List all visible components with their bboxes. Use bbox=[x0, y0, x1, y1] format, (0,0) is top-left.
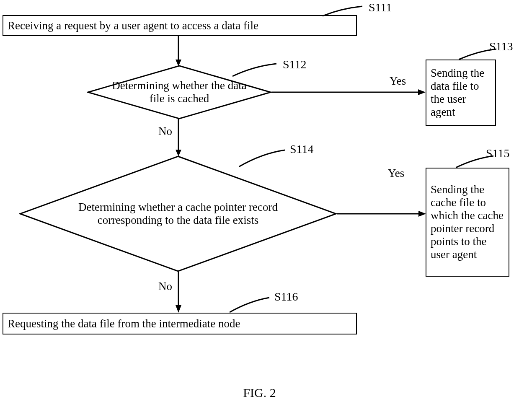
step-s116-text: Requesting the data file from the interm… bbox=[8, 317, 240, 330]
step-s113-text: Sending the data file to the user agent bbox=[431, 67, 491, 119]
arrow-s111-s112 bbox=[174, 36, 183, 67]
leader-s114 bbox=[239, 145, 287, 170]
svg-marker-7 bbox=[20, 156, 336, 271]
step-s111-num: S111 bbox=[369, 1, 392, 14]
figure-label: FIG. 2 bbox=[243, 386, 276, 400]
step-s115-num: S115 bbox=[486, 147, 510, 160]
leader-s116 bbox=[230, 293, 271, 314]
step-s111-text: Receiving a request by a user agent to a… bbox=[8, 19, 258, 32]
arrow-s114-s116 bbox=[174, 272, 183, 314]
label-yes-s114: Yes bbox=[388, 167, 404, 180]
step-s114-diamond: Determining whether a cache pointer reco… bbox=[19, 155, 337, 272]
svg-marker-4 bbox=[418, 89, 426, 95]
svg-marker-9 bbox=[418, 211, 426, 217]
label-yes-s112: Yes bbox=[390, 75, 406, 88]
step-s116-box: Requesting the data file from the interm… bbox=[3, 313, 357, 334]
step-s115-text: Sending the cache file to which the cach… bbox=[431, 183, 504, 261]
step-s116-num: S116 bbox=[274, 290, 298, 303]
label-no-s112: No bbox=[158, 125, 172, 138]
step-s114-num: S114 bbox=[290, 143, 314, 156]
arrow-s114-s115 bbox=[337, 210, 427, 218]
arrow-s112-s113 bbox=[271, 88, 426, 96]
step-s113-num: S113 bbox=[489, 40, 513, 53]
leader-s111 bbox=[323, 2, 364, 18]
label-no-s114: No bbox=[158, 280, 172, 293]
step-s115-box: Sending the cache file to which the cach… bbox=[426, 168, 509, 277]
step-s112-num: S112 bbox=[283, 58, 307, 71]
step-s113-box: Sending the data file to the user agent bbox=[426, 60, 496, 126]
leader-s112 bbox=[232, 59, 279, 80]
svg-marker-11 bbox=[176, 305, 181, 313]
arrow-s112-s114 bbox=[174, 119, 183, 157]
step-s111-box: Receiving a request by a user agent to a… bbox=[3, 15, 357, 36]
